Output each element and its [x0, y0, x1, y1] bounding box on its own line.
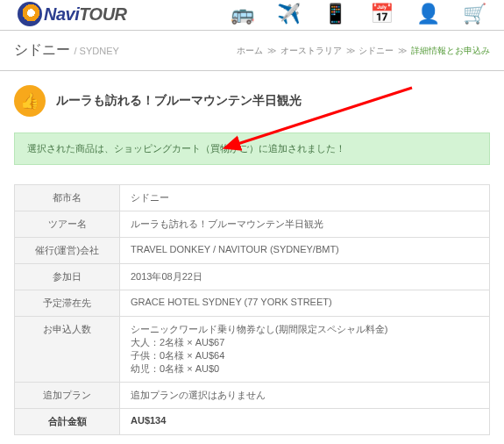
- table-row: 追加プラン追加プランの選択はありません: [15, 383, 490, 409]
- crumb-country[interactable]: オーストラリア: [280, 46, 342, 55]
- main: 👍 ルーラも訪れる！ブルーマウンテン半日観光 選択された商品は、ショッピングカー…: [0, 71, 504, 444]
- row-value: シドニー: [120, 185, 490, 211]
- chevron-right-icon: ≫: [398, 46, 407, 55]
- table-row: お申込人数シーニックワールド乗り物券なし(期間限定スペシャル料金)大人：2名様 …: [15, 317, 490, 383]
- row-label: 追加プラン: [15, 383, 120, 409]
- details-table: 都市名シドニーツアー名ルーラも訪れる！ブルーマウンテン半日観光催行(運営)会社T…: [14, 184, 490, 435]
- total-row: 合計金額AU$134: [15, 409, 490, 435]
- breadcrumb-bar: シドニー / SYDNEY ホーム ≫ オーストラリア ≫ シドニー ≫ 詳細情…: [0, 30, 504, 71]
- crumb-home[interactable]: ホーム: [237, 46, 263, 55]
- title-row: 👍 ルーラも訪れる！ブルーマウンテン半日観光: [14, 85, 490, 117]
- logo-icon: [18, 2, 42, 26]
- row-label: 催行(運営)会社: [15, 238, 120, 264]
- row-label: お申込人数: [15, 317, 120, 383]
- row-value: TRAVEL DONKEY / NAVITOUR (SYDNEY/BMT): [120, 238, 490, 264]
- cart-icon[interactable]: 🛒: [463, 3, 486, 25]
- row-label: 予定滞在先: [15, 290, 120, 317]
- page-city: シドニー / SYDNEY: [14, 41, 119, 60]
- calendar-icon[interactable]: 📅: [370, 3, 394, 25]
- row-label: 参加日: [15, 264, 120, 290]
- phone-icon[interactable]: 📱: [323, 3, 347, 25]
- table-row: 催行(運営)会社TRAVEL DONKEY / NAVITOUR (SYDNEY…: [15, 238, 490, 264]
- logo[interactable]: NaviTOUR: [18, 2, 127, 26]
- row-value: シーニックワールド乗り物券なし(期間限定スペシャル料金)大人：2名様 × AU$…: [120, 317, 490, 383]
- thumbs-up-icon: 👍: [14, 85, 46, 117]
- row-value: 2013年08月22日: [120, 264, 490, 290]
- logo-text: NaviTOUR: [44, 4, 127, 25]
- row-label: 都市名: [15, 185, 120, 211]
- row-value: 追加プランの選択はありません: [120, 383, 490, 409]
- page-title: ルーラも訪れる！ブルーマウンテン半日観光: [56, 93, 302, 109]
- header: NaviTOUR 🚌 ✈️ 📱 📅 👤 🛒: [0, 0, 504, 30]
- crumb-current: 詳細情報とお申込み: [411, 46, 490, 55]
- table-row: 参加日2013年08月22日: [15, 264, 490, 290]
- alert-success: 選択された商品は、ショッピングカート（買物かご）に追加されました！: [14, 132, 490, 165]
- total-value: AU$134: [120, 409, 490, 435]
- bus-icon[interactable]: 🚌: [231, 3, 254, 25]
- user-icon[interactable]: 👤: [416, 3, 440, 25]
- crumb-city[interactable]: シドニー: [358, 46, 394, 55]
- table-row: 都市名シドニー: [15, 185, 490, 211]
- plane-icon[interactable]: ✈️: [277, 3, 301, 25]
- row-value: GRACE HOTEL SYDNEY (77 YORK STREET): [120, 290, 490, 317]
- chevron-right-icon: ≫: [346, 46, 355, 55]
- chevron-right-icon: ≫: [267, 46, 276, 55]
- breadcrumb: ホーム ≫ オーストラリア ≫ シドニー ≫ 詳細情報とお申込み: [237, 45, 490, 57]
- table-row: 予定滞在先GRACE HOTEL SYDNEY (77 YORK STREET): [15, 290, 490, 317]
- header-icons: 🚌 ✈️ 📱 📅 👤 🛒: [231, 3, 486, 25]
- total-label: 合計金額: [15, 409, 120, 435]
- row-value: ルーラも訪れる！ブルーマウンテン半日観光: [120, 211, 490, 238]
- row-label: ツアー名: [15, 211, 120, 238]
- table-row: ツアー名ルーラも訪れる！ブルーマウンテン半日観光: [15, 211, 490, 238]
